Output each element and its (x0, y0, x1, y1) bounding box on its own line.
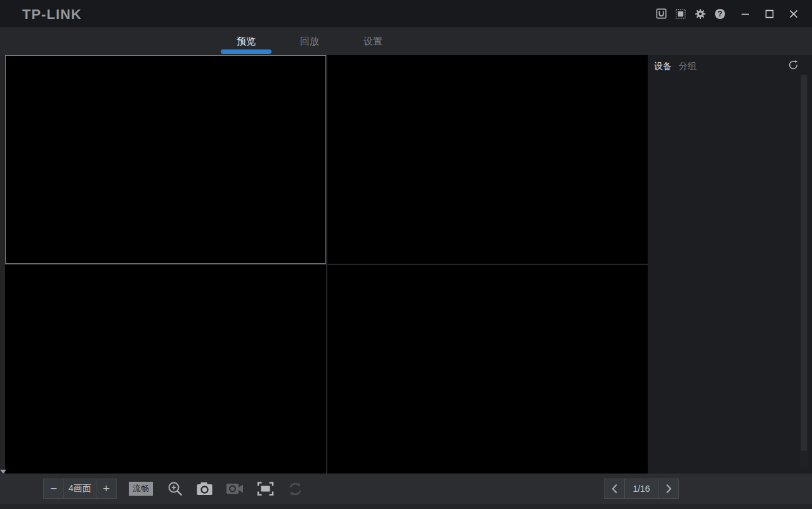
fullscreen-icon[interactable] (256, 482, 274, 496)
previous-page-button[interactable] (604, 479, 625, 499)
page-indicator: 1/16 (624, 479, 658, 499)
decrease-panes-button[interactable]: − (43, 479, 64, 499)
titlebar: TP-LINK (0, 0, 812, 27)
tab-preview-label: 预览 (237, 35, 256, 46)
digital-zoom-icon[interactable] (166, 480, 184, 498)
firmware-chip-icon[interactable] (675, 8, 686, 20)
record-video-icon[interactable] (225, 482, 244, 495)
titlebar-controls (647, 0, 798, 27)
rotate-icon[interactable] (287, 480, 303, 497)
gear-icon[interactable] (695, 8, 706, 20)
active-tab-underline (221, 49, 272, 54)
snapshot-camera-icon[interactable] (195, 482, 213, 496)
maximize-button[interactable] (765, 10, 774, 18)
video-pane-4[interactable] (327, 265, 648, 474)
brand-logo: TP-LINK (22, 6, 82, 23)
main-tabs: 预览 回放 设置 (221, 27, 411, 55)
storage-disk-icon[interactable] (655, 8, 667, 20)
tab-playback-label: 回放 (300, 35, 319, 46)
video-pane-2[interactable] (327, 55, 648, 264)
help-icon[interactable] (714, 8, 726, 20)
rotate-dropdown-caret[interactable] (0, 470, 6, 484)
stream-quality-button[interactable]: 流畅 (129, 482, 153, 496)
sidebar-tab-group[interactable]: 分组 (679, 61, 697, 72)
tab-preview[interactable]: 预览 (221, 27, 272, 55)
bottom-toolbar: − 4画面 + 流畅 (0, 474, 812, 504)
screen-layout-button[interactable]: 4画面 (63, 479, 96, 499)
minimize-button[interactable] (741, 10, 750, 18)
sidebar-scrollbar[interactable] (800, 75, 808, 467)
app-window: TP-LINK (0, 0, 812, 509)
tab-settings[interactable]: 设置 (348, 27, 398, 55)
window-bottom-strip (0, 504, 812, 509)
increase-panes-button[interactable]: + (96, 479, 117, 499)
navbar: 预览 回放 设置 (0, 27, 812, 55)
scrollbar-thumb[interactable] (801, 75, 807, 451)
sidebar-header: 设备 分组 (648, 55, 812, 75)
tab-playback[interactable]: 回放 (284, 27, 335, 55)
refresh-icon[interactable] (788, 60, 799, 70)
device-list (648, 75, 799, 474)
close-button[interactable] (789, 10, 798, 18)
video-pane-3[interactable] (5, 265, 326, 474)
next-page-button[interactable] (658, 479, 679, 499)
sidebar-tab-device[interactable]: 设备 (654, 61, 672, 72)
tab-settings-label: 设置 (363, 35, 383, 46)
device-sidebar: 设备 分组 (648, 55, 812, 474)
video-pane-1-selected[interactable] (5, 55, 326, 264)
